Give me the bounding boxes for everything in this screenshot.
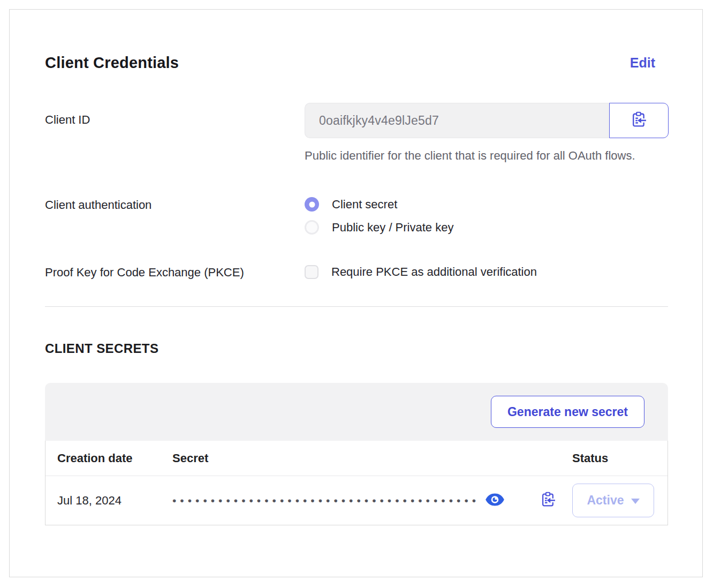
show-secret-button[interactable] [485,493,505,508]
client-secrets-heading: CLIENT SECRETS [45,341,668,356]
pkce-label: Proof Key for Code Exchange (PKCE) [45,265,305,281]
client-id-control: 0oaifkjky4v4e9lJe5d7 [305,103,669,167]
clipboard-copy-icon [541,492,556,509]
masked-secret-value: •••••••••••••••••••••••••••••••••••••••• [172,495,480,506]
client-id-input-group: 0oaifkjky4v4e9lJe5d7 [305,103,669,138]
client-secrets-panel: Generate new secret Creation date Secret… [45,383,668,525]
client-id-help-text: Public identifier for the client that is… [305,145,642,167]
secret-creation-date: Jul 18, 2024 [57,494,172,508]
pkce-checkbox-option[interactable]: Require PKCE as additional verification [305,265,668,279]
secret-cell: •••••••••••••••••••••••••••••••••••••••• [172,492,559,509]
page-title: Client Credentials [45,54,179,72]
radio-icon [305,197,319,212]
client-authentication-options: Client secret Public key / Private key [305,197,668,235]
caret-down-icon [631,499,640,504]
status-label: Active [587,493,624,508]
client-authentication-row: Client authentication Client secret Publ… [45,197,668,235]
radio-icon [305,220,319,235]
column-header-creation-date: Creation date [57,451,172,465]
copy-secret-button[interactable] [541,492,556,509]
edit-link[interactable]: Edit [630,55,655,71]
client-secrets-table: Creation date Secret Status Jul 18, 2024… [45,441,668,525]
section-divider [45,306,668,307]
client-authentication-label: Client authentication [45,197,305,235]
secret-status-cell: Active [559,484,656,517]
client-id-label: Client ID [45,103,305,167]
table-header-row: Creation date Secret Status [45,441,668,476]
client-id-value-field[interactable]: 0oaifkjky4v4e9lJe5d7 [305,103,609,138]
eye-icon [485,493,505,508]
radio-label: Client secret [332,197,397,212]
pkce-checkbox-label: Require PKCE as additional verification [331,265,537,279]
client-id-value: 0oaifkjky4v4e9lJe5d7 [319,114,439,128]
secret-table-row: Jul 18, 2024 •••••••••••••••••••••••••••… [45,476,668,525]
generate-new-secret-button[interactable]: Generate new secret [491,396,644,428]
pkce-row: Proof Key for Code Exchange (PKCE) Requi… [45,265,668,281]
client-credentials-card: Client Credentials Edit Client ID 0oaifk… [9,9,703,577]
clipboard-copy-icon [632,111,647,130]
card-header: Client Credentials Edit [45,54,668,72]
secret-status-dropdown[interactable]: Active [572,484,654,517]
radio-option-public-private-key[interactable]: Public key / Private key [305,220,668,235]
radio-label: Public key / Private key [332,220,453,235]
pkce-control: Require PKCE as additional verification [305,265,668,281]
client-id-row: Client ID 0oaifkjky4v4e9lJe5d7 [45,103,668,167]
radio-option-client-secret[interactable]: Client secret [305,197,668,212]
column-header-secret: Secret [172,451,559,465]
copy-client-id-button[interactable] [609,103,669,138]
checkbox-icon [305,265,318,279]
client-secrets-toolbar: Generate new secret [45,383,668,441]
column-header-status: Status [559,451,656,465]
